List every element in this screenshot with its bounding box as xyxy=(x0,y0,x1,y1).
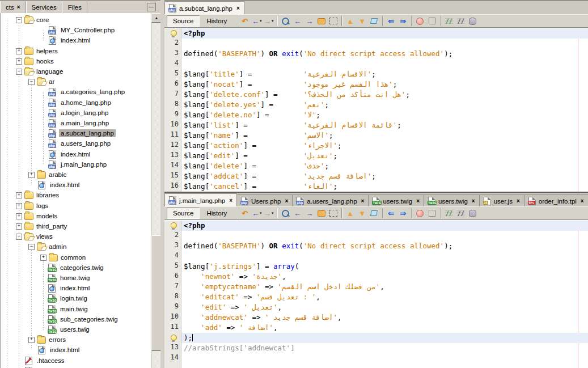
bulb-hint-icon[interactable] xyxy=(170,334,176,342)
shift-line-right-icon[interactable]: ⇒ xyxy=(397,15,409,27)
tree-expand-handle[interactable]: + xyxy=(16,203,22,209)
tree-row[interactable]: TWIGsub_categories.twig xyxy=(1,314,151,324)
tree-row[interactable]: index.html xyxy=(1,345,151,355)
code-area[interactable]: <?phpdefined('BASEPATH') OR exit('No dir… xyxy=(181,221,588,368)
back-icon[interactable]: ←▾ xyxy=(251,15,263,27)
tab-close-icon[interactable]: × xyxy=(416,198,420,204)
next-bookmark-icon[interactable]: ▼ xyxy=(356,208,368,219)
tree-row[interactable]: +errors xyxy=(1,335,151,345)
tree-row[interactable]: phpMY_Controller.php xyxy=(1,25,151,35)
tree-expand-handle[interactable]: + xyxy=(16,192,22,198)
source-button[interactable]: Source xyxy=(167,15,200,27)
stop-macro-recording-icon[interactable] xyxy=(426,15,438,27)
tab-close-icon[interactable]: × xyxy=(236,5,240,11)
file-tree[interactable]: −corephpMY_Controller.phpindex.html+help… xyxy=(0,13,161,368)
tab-close-icon[interactable]: × xyxy=(285,198,288,204)
tree-row[interactable]: index.html xyxy=(1,180,151,190)
find-previous-icon[interactable]: ← xyxy=(291,15,303,27)
shift-line-left-icon[interactable]: ⇐ xyxy=(385,208,397,219)
tree-row[interactable]: −ar xyxy=(1,77,151,87)
tree-row[interactable]: +models xyxy=(1,211,151,221)
tree-row[interactable]: TWIGlogin.twig xyxy=(1,293,151,303)
toggle-bookmark-icon[interactable] xyxy=(368,208,380,219)
tree-expand-handle[interactable]: + xyxy=(16,48,22,54)
uncomment-icon[interactable]: // xyxy=(455,208,467,219)
tree-expand-handle[interactable]: + xyxy=(28,337,35,343)
tree-row[interactable]: phpj.main_lang.php xyxy=(1,159,151,170)
collapse-panel-button[interactable]: — xyxy=(147,3,156,11)
find-next-icon[interactable]: → xyxy=(303,208,315,219)
rectangular-selection-icon[interactable] xyxy=(327,15,339,27)
tree-expand-handle[interactable]: + xyxy=(16,223,22,230)
tree-row[interactable]: TWIGcategories.twig xyxy=(1,263,151,273)
tree-row[interactable]: phpa.login_lang.php xyxy=(1,108,151,118)
toggle-bookmark-icon[interactable] xyxy=(368,15,380,27)
tree-row[interactable]: +common xyxy=(1,252,151,263)
tree-row[interactable]: +arabic xyxy=(1,170,151,180)
shift-line-right-icon[interactable]: ⇒ xyxy=(397,208,409,219)
panel-splitter[interactable] xyxy=(160,0,164,368)
tab-close-icon[interactable]: × xyxy=(361,198,365,204)
editor-tab[interactable]: phpUsers.php× xyxy=(236,194,293,207)
back-icon[interactable]: ←▾ xyxy=(251,208,263,219)
editor-tab[interactable]: phpa.subcat_lang.php× xyxy=(164,1,244,15)
tree-collapse-handle[interactable]: − xyxy=(16,17,22,23)
tab-services[interactable]: Services xyxy=(26,1,62,13)
tree-row[interactable]: phpa.home_lang.php xyxy=(1,98,151,108)
previous-bookmark-icon[interactable]: ▲ xyxy=(344,15,356,27)
tree-row[interactable]: −views xyxy=(1,231,151,242)
editor-tab[interactable]: phpj.main_lang.php× xyxy=(164,193,237,207)
tab-close-icon[interactable]: × xyxy=(517,198,520,204)
code-area[interactable]: <?phpdefined('BASEPATH') OR exit('No dir… xyxy=(181,28,588,192)
tree-row[interactable]: +logs xyxy=(1,201,151,211)
tab-close-icon[interactable]: × xyxy=(472,198,475,204)
toggle-highlight-search-icon[interactable] xyxy=(315,15,327,27)
tree-row[interactable]: +helpers xyxy=(1,46,151,56)
tree-row[interactable]: phpa.categories_lang.php xyxy=(1,87,151,97)
shift-line-left-icon[interactable]: ⇐ xyxy=(385,15,397,27)
tree-row[interactable]: phpa.subcat_lang.php xyxy=(1,128,151,138)
find-selection-icon[interactable] xyxy=(280,15,291,27)
editor-tab[interactable]: phpa.users_lang.php× xyxy=(292,194,369,207)
tree-scrollbar[interactable]: ▲ xyxy=(151,13,161,368)
tab-close-icon[interactable]: × xyxy=(581,198,584,204)
tree-collapse-handle[interactable]: − xyxy=(28,79,35,85)
tab-files[interactable]: Files xyxy=(62,1,87,13)
tree-row[interactable]: .htaccess xyxy=(1,356,151,366)
history-button[interactable]: History xyxy=(201,208,232,218)
tree-expand-handle[interactable]: + xyxy=(16,58,22,65)
source-button[interactable]: Source xyxy=(167,208,200,219)
find-next-icon[interactable]: → xyxy=(303,15,315,27)
last-edit-location-icon[interactable]: ↶ xyxy=(239,15,251,27)
database-icon[interactable] xyxy=(467,208,479,219)
rectangular-selection-icon[interactable] xyxy=(327,208,339,219)
tree-row[interactable]: phpa.main_lang.php xyxy=(1,118,151,128)
editor-tab[interactable]: JSuser.js× xyxy=(479,194,524,207)
last-edit-location-icon[interactable]: ↶ xyxy=(239,208,251,219)
close-icon[interactable]: × xyxy=(17,4,20,10)
next-bookmark-icon[interactable]: ▼ xyxy=(356,15,368,27)
tree-row[interactable]: index.html xyxy=(1,149,151,159)
editor-tab[interactable]: TPLorder_info.tpl× xyxy=(524,194,588,207)
tree-row[interactable]: TWIGmain.twig xyxy=(1,304,151,314)
tree-row[interactable]: −admin xyxy=(1,242,151,252)
tree-expand-handle[interactable]: + xyxy=(40,255,46,261)
start-macro-recording-icon[interactable] xyxy=(414,208,426,219)
tree-row[interactable]: +third_party xyxy=(1,221,151,231)
tree-row[interactable]: +hooks xyxy=(1,56,151,66)
stop-macro-recording-icon[interactable] xyxy=(426,208,438,219)
tree-row[interactable]: −core xyxy=(1,15,151,25)
tree-row[interactable]: index.html xyxy=(1,366,151,368)
comment-icon[interactable]: // xyxy=(443,15,455,27)
tree-collapse-handle[interactable]: − xyxy=(16,69,22,75)
tree-row[interactable]: phpa.users_lang.php xyxy=(1,138,151,149)
database-icon[interactable] xyxy=(467,15,479,27)
tree-row[interactable]: −language xyxy=(1,66,151,77)
editor-tab[interactable]: TWIGusers.twig× xyxy=(424,194,480,207)
uncomment-icon[interactable]: // xyxy=(455,15,467,27)
toggle-highlight-search-icon[interactable] xyxy=(315,208,327,219)
tree-row[interactable]: index.html xyxy=(1,35,151,45)
find-previous-icon[interactable]: ← xyxy=(291,208,303,219)
tree-expand-handle[interactable]: + xyxy=(28,172,35,178)
editor-tab[interactable]: TWIGusers.twig× xyxy=(368,194,424,207)
